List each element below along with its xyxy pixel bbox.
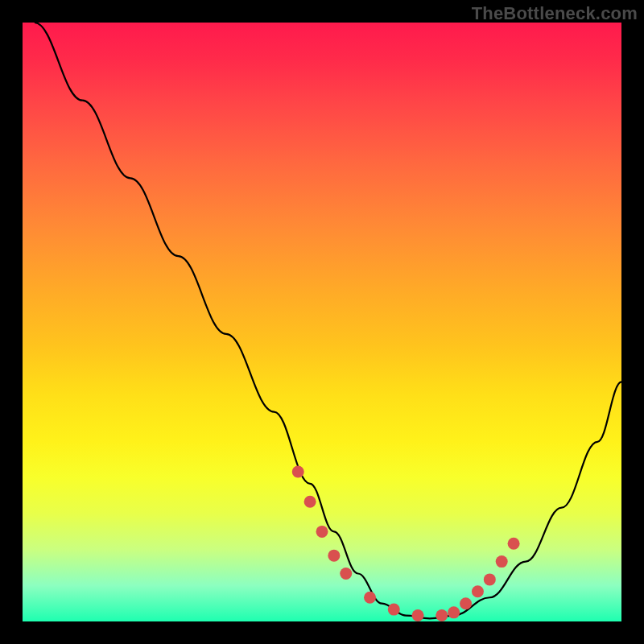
marker-dot	[472, 585, 484, 597]
plot-area	[23, 23, 621, 621]
marker-dot	[412, 609, 424, 621]
marker-dot	[328, 550, 340, 562]
marker-dot	[448, 606, 460, 618]
bottleneck-curve	[35, 23, 621, 618]
marker-dot	[292, 466, 304, 478]
watermark-text: TheBottleneck.com	[472, 3, 638, 24]
marker-dot	[340, 568, 352, 580]
marker-dot	[364, 592, 376, 604]
curve-path	[35, 23, 621, 618]
marker-dot	[388, 604, 400, 616]
marker-dot	[460, 597, 472, 609]
marker-dot	[304, 496, 316, 508]
marker-dot	[436, 609, 448, 621]
chart-frame: TheBottleneck.com	[0, 0, 644, 644]
marker-dot	[316, 526, 328, 538]
marker-dot	[508, 538, 520, 550]
marker-dot	[484, 573, 496, 585]
marker-dot	[496, 555, 508, 568]
chart-svg	[23, 23, 621, 621]
